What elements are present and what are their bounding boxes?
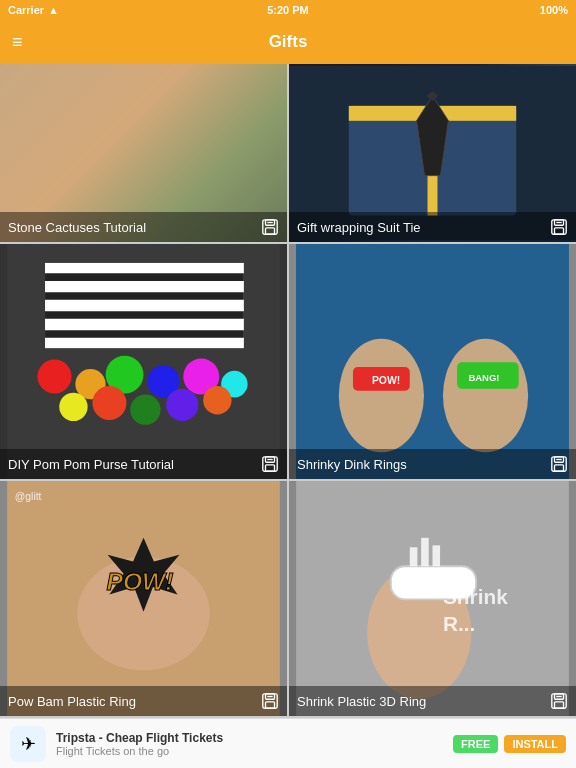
card-title: Stone Cactuses Tutorial [8,220,261,235]
card-label: Shrink Plastic 3D Ring [289,686,576,716]
card-title: Shrink Plastic 3D Ring [297,694,550,709]
svg-point-38 [443,339,528,453]
ad-text-block: Tripsta - Cheap Flight Tickets Flight Ti… [56,731,443,757]
card-shrinky-rings[interactable]: POW! BANG! Shrinky Dink Rings [289,244,576,479]
svg-text:Shrink: Shrink [443,585,508,608]
svg-text:R...: R... [443,612,475,635]
nav-bar: ≡ Gifts [0,20,576,64]
card-image: Shrink R... [289,481,576,716]
ad-title: Tripsta - Cheap Flight Tickets [56,731,443,745]
status-right: 100% [540,4,568,16]
svg-point-30 [203,386,231,414]
content-grid: Stone Cactuses Tutorial [0,64,576,718]
card-decoration [0,244,287,479]
card-label: Shrinky Dink Rings [289,449,576,479]
svg-rect-62 [421,538,429,566]
nav-title: Gifts [269,32,308,52]
save-icon[interactable] [550,692,568,710]
svg-text:POW!: POW! [107,568,174,595]
card-shrink-3d-ring[interactable]: Shrink R... Shrink Plastic 3D Ring [289,481,576,716]
svg-rect-63 [433,546,441,567]
card-decoration: POW! @glitt [0,481,287,716]
svg-rect-2 [266,228,275,234]
card-pompom-purse[interactable]: DIY Pom Pom Purse Tutorial [0,244,287,479]
card-pow-ring[interactable]: POW! @glitt Pow Bam Plastic Ring [0,481,287,716]
ad-bar: ✈ Tripsta - Cheap Flight Tickets Flight … [0,718,576,768]
save-icon[interactable] [261,455,279,473]
ad-install-button[interactable]: INSTALL [504,735,566,753]
svg-rect-36 [296,244,569,479]
card-title: Pow Bam Plastic Ring [8,694,261,709]
card-label: Stone Cactuses Tutorial [0,212,287,242]
svg-point-37 [339,339,424,453]
svg-text:BANG!: BANG! [468,373,499,384]
save-icon[interactable] [261,692,279,710]
card-label: Gift wrapping Suit Tie [289,212,576,242]
card-image: POW! BANG! [289,244,576,479]
ad-subtitle: Flight Tickets on the go [56,745,443,757]
svg-rect-61 [410,547,418,566]
svg-point-26 [59,393,87,421]
status-left: Carrier ▲ [8,4,59,16]
svg-point-29 [166,389,198,421]
save-icon[interactable] [550,218,568,236]
svg-rect-66 [555,702,564,708]
svg-rect-45 [555,465,564,471]
svg-rect-12 [555,228,564,234]
card-title: Shrinky Dink Rings [297,457,550,472]
card-decoration: Shrink R... [289,481,576,716]
ad-icon-symbol: ✈ [21,733,36,755]
save-icon[interactable] [550,455,568,473]
card-title: Gift wrapping Suit Tie [297,220,550,235]
card-decoration: POW! BANG! [289,244,576,479]
svg-rect-33 [266,465,275,471]
battery-text: 100% [540,4,568,16]
card-image [0,244,287,479]
save-icon[interactable] [261,218,279,236]
card-title: DIY Pom Pom Purse Tutorial [8,457,261,472]
svg-rect-54 [266,702,275,708]
card-stone-cactus[interactable]: Stone Cactuses Tutorial [0,64,287,242]
ad-icon: ✈ [10,726,46,762]
card-gift-suit-tie[interactable]: Gift wrapping Suit Tie [289,64,576,242]
card-label: DIY Pom Pom Purse Tutorial [0,449,287,479]
status-bar: Carrier ▲ 5:20 PM 100% [0,0,576,20]
svg-point-20 [37,360,71,394]
ad-free-badge: FREE [453,735,498,753]
svg-text:@glitt: @glitt [15,491,42,502]
carrier-text: Carrier [8,4,44,16]
wifi-icon: ▲ [48,4,59,16]
card-image: POW! @glitt [0,481,287,716]
svg-point-28 [130,395,160,425]
card-label: Pow Bam Plastic Ring [0,686,287,716]
svg-text:POW!: POW! [372,376,400,387]
status-time: 5:20 PM [267,4,309,16]
ad-badges: FREE INSTALL [453,735,566,753]
svg-point-27 [92,386,126,420]
menu-button[interactable]: ≡ [12,33,23,51]
